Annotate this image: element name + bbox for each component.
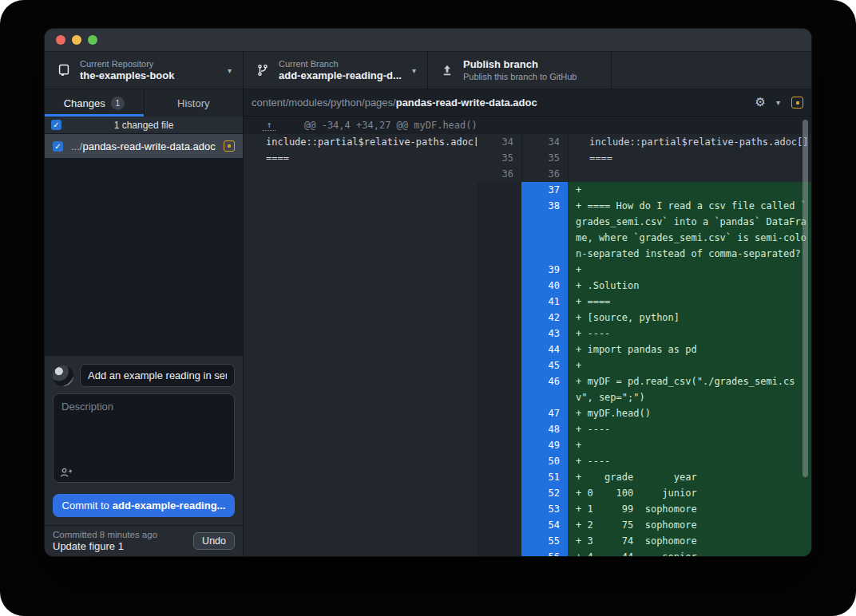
file-include-checkbox[interactable]: ✓ [53, 141, 63, 152]
git-branch-icon [256, 64, 269, 77]
toolbar-spacer [612, 52, 811, 89]
diff-line-content: + 3 74 sophomore [568, 533, 811, 549]
diff-row-added: 42+ [source, python] [477, 310, 811, 326]
chevron-down-icon: ▾ [412, 66, 416, 75]
branch-name: add-example-reading-d... [279, 69, 406, 82]
file-list-empty-area [45, 158, 243, 355]
diff-line-content: + [source, python] [568, 310, 811, 326]
diff-new-line-number: 44 [521, 342, 568, 357]
tab-history-label: History [177, 97, 209, 109]
tab-history[interactable]: History [145, 89, 244, 116]
diff-old-line-number [477, 437, 521, 453]
diff-row-added: 55+ 3 74 sophomore [477, 533, 811, 549]
diff-row-added: 40+ .Solution [477, 278, 811, 294]
undo-commit-button[interactable]: Undo [193, 532, 235, 550]
diff-old-pane: include::partial$relative-paths.adoc[]==… [244, 134, 477, 556]
diff-row-added: 47+ myDF.head() [477, 405, 811, 421]
commit-form: Commit to add-example-reading... [45, 355, 243, 525]
diff-path-prefix: content/modules/python/pages/ [252, 97, 396, 109]
commit-button[interactable]: Commit to add-example-reading... [53, 494, 235, 517]
zoom-window-button[interactable] [88, 35, 97, 45]
diff-new-line-number: 39 [521, 262, 568, 278]
diff-new-line-number: 47 [521, 405, 568, 421]
changes-count-badge: 1 [111, 97, 125, 110]
minimize-window-button[interactable] [72, 35, 81, 45]
current-branch-dropdown[interactable]: Current Branch add-example-reading-d... … [244, 52, 428, 89]
diff-old-line-number [477, 278, 521, 294]
diff-old-line: include::partial$relative-paths.adoc[] [266, 134, 477, 150]
diff-row-added: 41+ ==== [477, 294, 811, 310]
commit-description-textarea[interactable] [53, 393, 235, 483]
diff-old-line-number [477, 453, 521, 469]
diff-path-filename: pandas-read-write-data.adoc [396, 97, 537, 109]
diff-new-line-number: 45 [521, 357, 568, 373]
diff-new-line-number: 53 [521, 501, 568, 517]
diff-new-line-number: 52 [521, 485, 568, 501]
diff-options-button[interactable]: ⚙ ▾ [755, 97, 780, 109]
diff-scrollbar-thumb[interactable] [802, 120, 808, 477]
chevron-down-icon: ▾ [228, 66, 232, 75]
modified-file-status-icon [791, 97, 803, 109]
diff-line-content: + [568, 357, 811, 373]
diff-file-path-bar: content/modules/python/pages/pandas-read… [244, 89, 811, 116]
diff-line-content: + import pandas as pd [568, 342, 811, 357]
diff-line-content: + 4 44 senior [568, 549, 811, 556]
diff-new-line-number: 48 [521, 421, 568, 437]
diff-old-line-number [477, 310, 521, 326]
commit-summary-input[interactable] [80, 364, 235, 387]
expand-hunk-button[interactable]: ↑ [263, 120, 275, 131]
diff-old-line-number [477, 373, 521, 405]
tab-changes-label: Changes [64, 97, 105, 109]
window-titlebar [45, 29, 811, 51]
repository-label: Current Repository [80, 59, 221, 69]
publish-branch-title: Publish branch [463, 58, 600, 71]
publish-branch-subtitle: Publish this branch to GitHub [463, 71, 600, 82]
diff-old-line-number: 34 [477, 134, 521, 150]
diff-line-content: + ==== How do I read a csv file called `… [568, 198, 811, 262]
diff-panel: content/modules/python/pages/pandas-read… [244, 89, 811, 556]
commit-button-prefix: Commit to [62, 500, 109, 511]
current-repository-dropdown[interactable]: Current Repository the-examples-book ▾ [45, 52, 244, 89]
diff-line-content: + 1 99 sophomore [568, 501, 811, 517]
changed-files-summary: 1 changed file [45, 120, 243, 131]
diff-row-context: 3636 [477, 166, 811, 182]
diff-old-line-number [477, 182, 521, 198]
sidebar-tabbar: Changes 1 History [45, 89, 243, 116]
diff-line-content: + .Solution [568, 278, 811, 294]
diff-row-added: 46+ myDF = pd.read_csv("./grades_semi.cs… [477, 373, 811, 405]
diff-old-line-number [477, 501, 521, 517]
diff-old-line-number [477, 533, 521, 549]
diff-rows: 3434include::partial$relative-paths.adoc… [477, 134, 811, 556]
diff-old-line: ==== [266, 150, 477, 166]
diff-row-added: 45+ [477, 357, 811, 373]
close-window-button[interactable] [56, 35, 65, 45]
diff-row-added: 37+ [477, 182, 811, 198]
diff-new-line-number: 54 [521, 517, 568, 533]
diff-row-added: 56+ 4 44 senior [477, 549, 811, 556]
diff-row-added: 50+ ---- [477, 453, 811, 469]
diff-row-added: 49+ [477, 437, 811, 453]
diff-line-content: + 0 100 junior [568, 485, 811, 501]
diff-new-line-number: 35 [521, 150, 568, 166]
desktop-background: Current Repository the-examples-book ▾ C… [0, 0, 856, 616]
last-commit-status: Committed 8 minutes ago [53, 529, 193, 540]
diff-new-line-number: 49 [521, 437, 568, 453]
diff-new-line-number: 41 [521, 294, 568, 310]
add-coauthor-icon[interactable] [60, 467, 74, 480]
commit-button-branch: add-example-reading... [113, 500, 226, 511]
changed-files-summary-row: ✓ 1 changed file [45, 116, 243, 134]
diff-row-added: 38+ ==== How do I read a csv file called… [477, 198, 811, 262]
diff-line-content: + ---- [568, 326, 811, 342]
diff-new-line-number: 56 [521, 549, 568, 556]
diff-new-line-number: 55 [521, 533, 568, 549]
changed-file-row[interactable]: ✓.../pandas-read-write-data.adoc [45, 134, 243, 158]
diff-line-content: + grade year [568, 469, 811, 485]
diff-row-context: 3535==== [477, 150, 811, 166]
diff-row-added: 43+ ---- [477, 326, 811, 342]
diff-line-content: + ---- [568, 421, 811, 437]
tab-changes[interactable]: Changes 1 [45, 89, 145, 116]
diff-old-line-number [477, 405, 521, 421]
diff-new-line-number: 40 [521, 278, 568, 294]
publish-branch-button[interactable]: Publish branch Publish this branch to Gi… [428, 52, 612, 89]
diff-line-content: + [568, 437, 811, 453]
